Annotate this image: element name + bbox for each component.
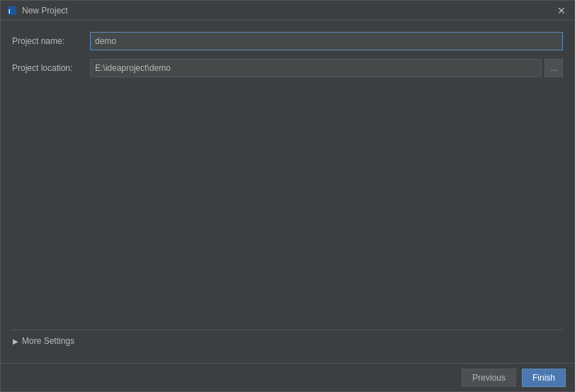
- finish-button[interactable]: Finish: [522, 369, 566, 387]
- project-name-input-wrapper: [90, 32, 563, 50]
- project-name-row: Project name:: [12, 32, 563, 50]
- svg-text:I: I: [9, 8, 11, 15]
- project-location-row: Project location: ...: [12, 59, 563, 77]
- close-button[interactable]: ✕: [554, 4, 569, 18]
- project-location-input-wrapper: ...: [90, 59, 563, 77]
- dialog-title: New Project: [22, 6, 68, 16]
- project-location-input[interactable]: [90, 59, 542, 77]
- more-settings-label: More Settings: [22, 336, 74, 346]
- app-icon: I: [6, 5, 18, 16]
- browse-button[interactable]: ...: [545, 59, 563, 77]
- content-spacer: [12, 86, 563, 330]
- project-location-label: Project location:: [12, 63, 90, 73]
- new-project-dialog: I New Project ✕ Project name: Project lo…: [0, 0, 575, 392]
- project-name-input[interactable]: [90, 32, 563, 50]
- title-bar: I New Project ✕: [1, 1, 574, 21]
- project-name-label: Project name:: [12, 36, 90, 46]
- more-settings-toggle[interactable]: ▶ More Settings: [12, 330, 563, 352]
- chevron-right-icon: ▶: [12, 337, 19, 345]
- dialog-footer: Previous Finish: [1, 363, 574, 391]
- previous-button[interactable]: Previous: [462, 369, 516, 387]
- title-bar-left: I New Project: [6, 5, 68, 16]
- dialog-content: Project name: Project location: ... ▶ Mo…: [1, 21, 574, 363]
